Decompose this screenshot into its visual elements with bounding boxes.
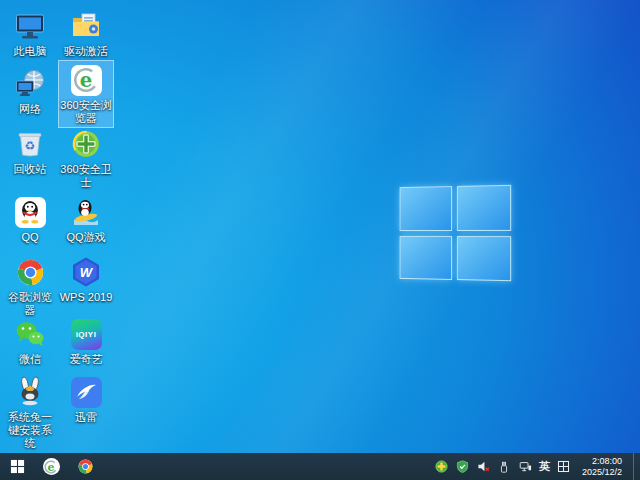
chrome-icon <box>13 255 47 289</box>
desktop-icon-driver-activation[interactable]: 驱动激活 <box>58 6 114 61</box>
wps-icon: W <box>69 255 103 289</box>
windows-logo-pane <box>400 186 452 231</box>
svg-text:♻: ♻ <box>25 139 36 153</box>
thunder-bird-icon <box>69 375 103 409</box>
chrome-taskbar-icon <box>77 458 94 475</box>
taskbar-360-browser-button[interactable]: e <box>34 453 68 480</box>
windows-logo-pane <box>400 235 452 280</box>
folder-icon <box>69 9 103 43</box>
360-security-icon <box>69 127 103 161</box>
desktop-icon-360-security-guard[interactable]: 360安全卫士 <box>58 124 114 192</box>
desktop-icon-qq-games[interactable]: QQ游戏 <box>58 192 114 247</box>
icon-label: QQ游戏 <box>66 231 105 244</box>
windows-logo-pane <box>456 185 511 231</box>
desktop-icon-recycle-bin[interactable]: ♻ 回收站 <box>2 124 58 179</box>
taskbar-chrome-button[interactable] <box>68 453 102 480</box>
taskbar: e <box>0 453 640 480</box>
icon-label: 360安全卫士 <box>59 163 113 189</box>
windows-start-icon <box>10 459 25 474</box>
desktop-icon-this-pc[interactable]: 此电脑 <box>2 6 58 61</box>
taskbar-left: e <box>0 453 102 480</box>
qq-games-icon <box>69 195 103 229</box>
taskbar-clock[interactable]: 2:08:00 2025/12/2 <box>577 453 627 480</box>
icon-label: 360安全浏览器 <box>59 99 113 125</box>
icon-label: 此电脑 <box>14 45 47 58</box>
wechat-icon <box>13 317 47 351</box>
windows-logo <box>400 185 512 281</box>
360-antivirus-tray-icon[interactable] <box>434 453 449 480</box>
360-browser-icon: e <box>69 63 103 97</box>
usb-device-tray-icon[interactable] <box>497 453 512 480</box>
desktop-icon-360-safe-browser[interactable]: e 360安全浏览器 <box>58 60 114 128</box>
icon-label: 爱奇艺 <box>70 353 103 366</box>
icon-label: 驱动激活 <box>64 45 108 58</box>
desktop-icon-google-chrome[interactable]: 谷歌浏览器 <box>2 252 58 320</box>
ime-input-tray-icon[interactable] <box>556 453 571 480</box>
recycle-bin-icon: ♻ <box>13 127 47 161</box>
icon-label: 回收站 <box>14 163 47 176</box>
desktop-icon-thunder[interactable]: 迅雷 <box>58 372 114 427</box>
desktop-icon-network[interactable]: 网络 <box>2 64 58 119</box>
svg-text:e: e <box>80 69 93 92</box>
desktop-icon-system-rabbit-installer[interactable]: 系统兔一键安装系统 <box>2 372 58 453</box>
network-icon <box>13 67 47 101</box>
icon-label: WPS 2019 <box>60 291 113 304</box>
icon-label: 微信 <box>19 353 41 366</box>
network-tray-icon[interactable] <box>518 453 533 480</box>
svg-text:W: W <box>80 265 94 280</box>
svg-text:e: e <box>48 461 55 474</box>
icon-label: 系统兔一键安装系统 <box>3 411 57 450</box>
qq-icon <box>13 195 47 229</box>
rabbit-mascot-icon <box>13 375 47 409</box>
clock-time: 2:08:00 <box>592 456 622 467</box>
security-shield-tray-icon[interactable] <box>455 453 470 480</box>
volume-muted-tray-icon[interactable] <box>476 453 491 480</box>
desktop-icon-wps-2019[interactable]: W WPS 2019 <box>58 252 114 307</box>
system-tray: 英 2:08:00 2025/12/2 <box>434 453 640 480</box>
360-browser-taskbar-icon: e <box>43 458 60 475</box>
show-desktop-button[interactable] <box>633 453 638 480</box>
icon-label: 网络 <box>19 103 41 116</box>
desktop-icon-iqiyi[interactable]: iQIYI 爱奇艺 <box>58 314 114 369</box>
icon-label: 迅雷 <box>75 411 97 424</box>
desktop-icon-qq[interactable]: QQ <box>2 192 58 247</box>
windows-logo-pane <box>456 236 511 282</box>
language-indicator[interactable]: 英 <box>539 459 550 474</box>
this-pc-icon <box>13 9 47 43</box>
icon-label: QQ <box>21 231 38 244</box>
desktop-icon-wechat[interactable]: 微信 <box>2 314 58 369</box>
clock-date: 2025/12/2 <box>582 467 622 478</box>
start-button[interactable] <box>0 453 34 480</box>
iqiyi-icon: iQIYI <box>69 317 103 351</box>
